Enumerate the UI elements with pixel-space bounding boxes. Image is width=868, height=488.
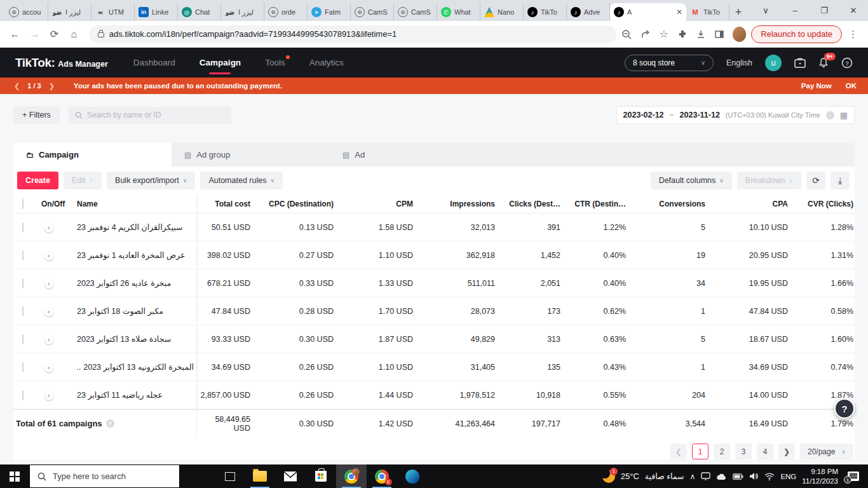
share-icon[interactable] [637,25,653,43]
search-box[interactable] [69,107,231,124]
campaign-name[interactable]: مكبر الصوت 18 اكتوابر 23 [77,306,194,316]
account-selector[interactable]: 8 souq store ∨ [625,55,714,71]
url-text[interactable]: ads.tiktok.com/i18n/perf/campaign?aadvid… [109,29,397,39]
tab-close-icon[interactable]: ✕ [676,8,682,17]
bulk-export-import-button[interactable]: Bulk export/import∨ [107,172,195,189]
battery-icon[interactable] [733,473,743,480]
restore-button[interactable]: ❐ [810,0,839,21]
store-app-icon[interactable] [306,464,336,488]
browser-menu-icon[interactable]: ⋮ [844,29,862,40]
browser-tab[interactable]: CamS [351,3,394,21]
date-end[interactable]: 2023-11-12 [680,111,720,119]
ok-link[interactable]: OK [846,82,857,90]
file-explorer-icon[interactable] [245,464,275,488]
export-icon[interactable]: ⤓ [831,172,850,189]
chrome-app-icon[interactable] [336,464,367,488]
col-clicks[interactable]: Clicks (Dest… [496,200,562,208]
action-center-icon[interactable]: 1 [848,471,859,481]
minimize-button[interactable]: – [780,0,810,21]
campaign-name[interactable]: مبخرة عاديه 26 اكتوابر 2023 [77,278,194,288]
nav-analytics[interactable]: Analytics [309,48,344,78]
edge-app-icon[interactable] [397,464,428,488]
tab-ad[interactable]: ▤ Ad [330,143,488,166]
taskbar-search[interactable]: Type here to search [29,464,180,488]
browser-profile-avatar[interactable] [733,27,747,42]
download-icon[interactable] [693,25,709,43]
automated-rules-button[interactable]: Automated rules∨ [200,172,283,189]
nav-tools[interactable]: Tools [265,48,285,78]
side-panel-icon[interactable] [712,25,728,43]
calendar-icon[interactable]: ▦ [840,111,848,120]
col-cvr[interactable]: CVR (Clicks) [789,200,855,208]
mail-app-icon[interactable] [275,464,306,488]
page-next-icon[interactable]: ❯ [778,444,795,459]
col-cpm[interactable]: CPM [335,200,414,208]
nav-campaign[interactable]: Campaign [200,48,241,78]
col-total-cost[interactable]: Total cost [197,200,252,208]
bookmark-star-icon[interactable]: ☆ [656,25,672,43]
onedrive-cloud-icon[interactable] [716,473,727,480]
row-checkbox[interactable] [22,362,24,372]
extensions-icon[interactable] [674,25,690,43]
row-checkbox[interactable] [22,222,24,233]
tiktok-logo[interactable]: TikTok: Ads Manager [15,56,108,70]
browser-tab-active[interactable]: A✕ [610,3,686,21]
date-range-picker[interactable]: 2023-02-12 ~ 2023-11-12 (UTC+03:00) Kuwa… [616,106,855,124]
row-checkbox[interactable] [22,306,24,316]
back-icon[interactable]: ← [6,25,24,44]
volume-icon[interactable] [749,472,759,480]
temperature-label[interactable]: 25°C [621,471,639,481]
browser-tab[interactable]: ليزر ا [221,3,264,21]
browser-tab[interactable]: Nano [480,3,524,21]
browser-tab[interactable]: TikTo [686,3,729,21]
filters-button[interactable]: + Filters [13,106,60,124]
banner-next-icon[interactable]: ❯ [46,82,57,90]
forward-icon[interactable]: → [26,25,43,44]
row-checkbox[interactable] [22,334,24,344]
relaunch-to-update-button[interactable]: Relaunch to update [751,25,842,43]
pay-now-link[interactable]: Pay Now [801,82,832,90]
campaign-name[interactable]: سبيكرالقران الكريم 4 نوفمبر 23 [77,222,194,232]
tab-campaign[interactable]: 🗀 Campaign [13,143,172,166]
weather-icon[interactable]: 1 [602,470,615,483]
campaign-name[interactable]: عجله رياضيه 11 اكتوابر 23 [77,390,194,400]
browser-tab[interactable]: Fatm [308,3,351,21]
col-impressions[interactable]: Impressions [414,200,496,208]
home-icon[interactable]: ⌂ [65,25,83,44]
notifications-bell-icon[interactable]: 9+ [818,57,829,68]
search-input[interactable] [87,111,225,119]
address-bar[interactable]: ads.tiktok.com/i18n/perf/campaign?aadvid… [89,25,616,43]
close-button[interactable]: ✕ [839,0,868,21]
banner-prev-icon[interactable]: ❮ [11,82,22,90]
browser-tab[interactable]: orde [264,3,308,21]
date-start[interactable]: 2023-02-12 [623,111,664,119]
nav-dashboard[interactable]: Dashboard [133,48,175,78]
language-selector[interactable]: English [726,58,752,67]
wifi-icon[interactable] [764,473,775,480]
user-avatar[interactable]: u [765,55,782,71]
refresh-icon[interactable]: ⟳ [806,172,825,189]
col-ctr[interactable]: CTR (Destin… [562,200,627,208]
breakdown-button[interactable]: Breakdown∨ [737,172,801,189]
screen-cast-icon[interactable] [701,472,710,480]
page-button[interactable]: 4 [757,444,773,459]
clock[interactable]: 9:18 PM 11/12/2023 [802,467,838,485]
per-page-selector[interactable]: 20/page ∨ [800,444,853,459]
weather-label[interactable]: سماء صافية [645,471,684,481]
campaign-name[interactable]: عرض المخرة العاديه 1 نوفمبر 23 [77,250,194,260]
col-conversions[interactable]: Conversions [627,200,707,208]
help-icon[interactable]: ? [841,57,853,69]
page-prev-icon[interactable]: ❮ [670,444,687,459]
col-cpa[interactable]: CPA [707,200,789,208]
browser-tab[interactable]: Adve [567,3,610,21]
page-button[interactable]: 1 [692,444,709,459]
inbox-icon[interactable] [794,58,806,68]
campaign-name[interactable]: المبخرة الكترونيه 13 اكتوابر 2023 … [77,362,194,372]
help-fab[interactable]: ? [834,398,855,419]
browser-tab[interactable]: ليزر ا [48,3,92,21]
show-hidden-icons-chevron[interactable]: ∧ [690,472,696,481]
row-checkbox[interactable] [22,250,24,261]
row-checkbox[interactable] [22,390,24,400]
task-view-button[interactable] [215,464,245,488]
zoom-icon[interactable] [619,25,635,43]
